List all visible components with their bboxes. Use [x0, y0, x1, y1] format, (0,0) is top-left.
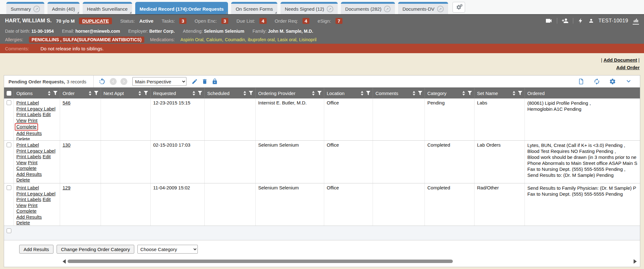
add-results-link[interactable]: Add Results — [16, 171, 42, 177]
medication-link[interactable]: Aspirin Oral, — [180, 37, 205, 42]
medication-link[interactable]: Calcium, — [206, 37, 223, 42]
view-link[interactable]: View — [16, 160, 26, 165]
delete-link[interactable]: Delete — [16, 136, 30, 140]
undo-icon[interactable] — [98, 78, 106, 86]
user-icon[interactable] — [588, 18, 594, 24]
order-req-count-badge[interactable]: 4 — [303, 18, 309, 24]
bolt-icon[interactable] — [578, 18, 584, 24]
column-header-options[interactable]: Options — [14, 88, 60, 98]
panel-title: Pending Order Requests, 3 records — [4, 76, 94, 87]
change-pending-order-category-button[interactable]: Change Pending Order Category — [57, 245, 134, 254]
print-labels-link[interactable]: Print Labels — [16, 197, 41, 202]
print-link[interactable]: Print — [28, 203, 37, 208]
order-number-link[interactable]: 129 — [63, 185, 70, 190]
tab-documents-dv[interactable]: Documents-DV — [398, 2, 448, 14]
ordering-provider-cell: Internist E. Butler, M.D. — [256, 98, 324, 140]
complete-link[interactable]: Complete — [16, 124, 36, 129]
column-header-location[interactable]: Location — [324, 88, 373, 98]
gear-icon[interactable] — [609, 78, 616, 85]
print-labels-link[interactable]: Print Labels — [16, 154, 41, 159]
view-link[interactable]: View — [16, 203, 26, 208]
add-order-link[interactable]: Add Order — [616, 65, 640, 70]
edit-link[interactable]: Edit — [42, 197, 51, 202]
add-results-link[interactable]: Add Results — [16, 214, 42, 220]
add-person-icon[interactable] — [562, 17, 569, 24]
print-legacy-label-link[interactable]: Print Legacy Label — [16, 148, 55, 154]
video-call-icon[interactable] — [545, 17, 552, 25]
external-link-icon[interactable] — [384, 6, 391, 12]
due-list-count-badge[interactable]: 4 — [259, 18, 266, 24]
column-header-order[interactable]: Order — [60, 88, 101, 98]
collapse-icon[interactable] — [625, 78, 632, 85]
order-number-link[interactable]: 130 — [63, 142, 70, 148]
tab-admin[interactable]: Admin (40) — [47, 2, 79, 14]
row-checkbox[interactable] — [7, 100, 11, 105]
row-checkbox[interactable] — [7, 228, 11, 233]
edit-link[interactable]: Edit — [42, 112, 51, 117]
row-checkbox[interactable] — [7, 143, 11, 147]
esign-count-badge[interactable]: 7 — [336, 18, 342, 24]
tab-needs-signed[interactable]: Needs Signed (12) — [280, 2, 338, 14]
column-header-requested[interactable]: Requested — [151, 88, 205, 98]
refresh-icon[interactable] — [593, 78, 600, 85]
cogs-icon[interactable] — [452, 2, 465, 13]
medication-link[interactable]: Coumadin, — [225, 37, 246, 42]
lock-icon[interactable] — [212, 78, 218, 85]
complete-link[interactable]: Complete — [16, 208, 36, 214]
external-link-icon[interactable] — [327, 6, 333, 12]
duplicate-badge[interactable]: DUPLICATE — [79, 18, 112, 24]
open-enc-count-badge[interactable]: 3 — [221, 18, 228, 24]
scroll-right-icon[interactable] — [634, 259, 637, 264]
edit-link[interactable]: Edit — [42, 154, 51, 159]
choose-category-select[interactable]: Choose Category — [137, 245, 198, 254]
column-header-comments[interactable]: Comments — [373, 88, 425, 98]
add-results-link[interactable]: Add Results — [16, 131, 42, 136]
complete-link[interactable]: Complete — [16, 165, 36, 171]
new-document-icon[interactable] — [578, 78, 585, 85]
scroll-left-icon[interactable] — [63, 259, 66, 264]
order-number-link[interactable]: 546 — [63, 100, 70, 105]
row-checkbox[interactable] — [7, 185, 11, 190]
divider — [573, 18, 573, 24]
print-legacy-label-link[interactable]: Print Legacy Label — [16, 106, 55, 111]
allergies-badge[interactable]: PENICILLINS , SULFA(SULFONAMIDE ANTIBIOT… — [29, 36, 144, 43]
select-all-checkbox[interactable] — [7, 91, 11, 96]
medication-link[interactable]: Lasix oral, — [277, 37, 297, 42]
tab-summary[interactable]: Summary — [6, 2, 44, 14]
prev-icon[interactable] — [110, 78, 117, 85]
print-link[interactable]: Print — [28, 118, 37, 123]
delete-link[interactable]: Delete — [16, 220, 30, 225]
print-link[interactable]: Print — [28, 160, 37, 165]
column-header-scheduled[interactable]: Scheduled — [205, 88, 256, 98]
scrollbar-thumb[interactable] — [68, 260, 453, 263]
print-label-link[interactable]: Print Label — [16, 100, 39, 105]
perspective-select[interactable]: Main Perspective — [132, 77, 186, 86]
external-link-icon[interactable] — [33, 6, 40, 12]
delete-link[interactable]: Delete — [16, 177, 30, 182]
tab-label: Health Surveillance — [87, 6, 128, 12]
medication-link[interactable]: Lisinopril — [299, 37, 316, 42]
medication-link[interactable]: ibuprofen oral, — [248, 37, 276, 42]
print-label-link[interactable]: Print Label — [16, 142, 39, 148]
add-document-link[interactable]: Add Document — [603, 57, 637, 63]
column-header-ordering-provider[interactable]: Ordering Provider — [256, 88, 324, 98]
tab-on-screen-forms[interactable]: On Screen Forms — [231, 2, 277, 14]
add-results-button[interactable]: Add Results — [19, 245, 53, 254]
column-header-next-appt[interactable]: Next Appt — [101, 88, 151, 98]
edit-icon[interactable] — [192, 78, 198, 85]
tab-documents[interactable]: Documents (282) — [341, 2, 395, 14]
view-link[interactable]: View — [16, 118, 26, 123]
bar-chart-icon[interactable] — [633, 17, 639, 25]
delete-icon[interactable] — [202, 78, 208, 85]
filter-icon — [468, 91, 472, 95]
column-header-category[interactable]: Category — [425, 88, 475, 98]
tab-medical-record-order-requests[interactable]: Medical Record (174):Order Requests — [135, 2, 228, 14]
tasks-count-badge[interactable]: 3 — [179, 18, 186, 24]
print-labels-link[interactable]: Print Labels — [16, 112, 41, 117]
print-label-link[interactable]: Print Label — [16, 185, 39, 190]
column-header-set-name[interactable]: Set Name — [475, 88, 525, 98]
tab-health-surveillance[interactable]: Health Surveillance — [83, 2, 132, 14]
external-link-icon[interactable] — [437, 6, 444, 12]
print-legacy-label-link[interactable]: Print Legacy Label — [16, 191, 55, 196]
next-icon[interactable] — [120, 78, 127, 85]
